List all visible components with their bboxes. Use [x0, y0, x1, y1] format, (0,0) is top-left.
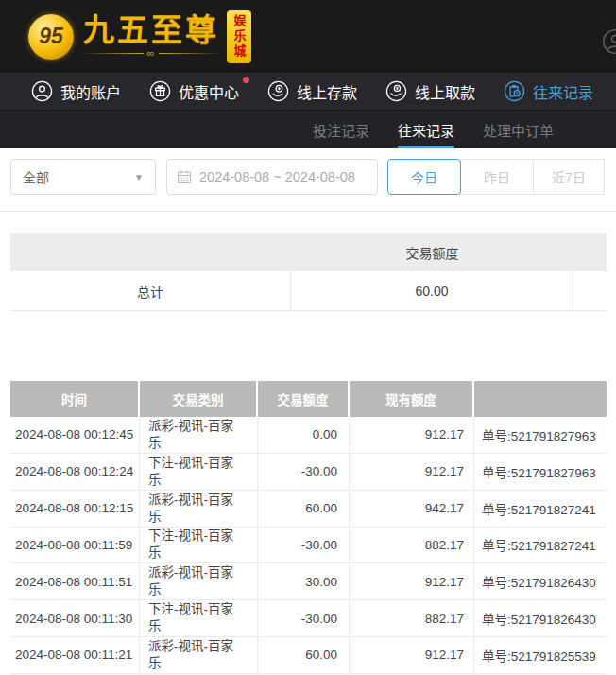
- type-select-value: 全部: [23, 167, 49, 186]
- nav-item-deposit[interactable]: 线上存款: [267, 80, 357, 103]
- cell-amount: -30.00: [258, 528, 350, 563]
- tab-processing-orders[interactable]: 处理中订单: [483, 111, 554, 148]
- cell-type: 派彩-视讯-百家乐: [140, 491, 258, 527]
- table-row: 2024-08-08 00:12:15 派彩-视讯-百家乐 60.00 942.…: [10, 491, 607, 528]
- tab-betting-records[interactable]: 投注记录: [313, 111, 369, 148]
- date-range-value: 2024-08-08 ~ 2024-08-08: [199, 169, 355, 184]
- top-header: 95 九五至尊 ∞ 娱乐城: [0, 0, 616, 73]
- cell-order-number: 单号:521791827963: [474, 454, 607, 490]
- chevron-down-icon: ▼: [134, 172, 144, 182]
- cell-time: 2024-08-08 00:11:59: [10, 528, 140, 563]
- cell-order-number: 单号:521791827963: [474, 417, 607, 453]
- type-select[interactable]: 全部 ▼: [10, 159, 156, 195]
- page: 95 九五至尊 ∞ 娱乐城 我的账户: [0, 0, 616, 675]
- cell-amount: 60.00: [258, 491, 350, 527]
- cell-order-number: 单号:521791825539: [474, 637, 607, 673]
- summary-header-row: 交易额度: [10, 233, 607, 271]
- today-button[interactable]: 今日: [387, 159, 461, 195]
- cell-amount: 60.00: [258, 637, 350, 673]
- user-icon: [31, 80, 53, 102]
- table-row: 2024-08-08 00:12:24 下注-视讯-百家乐 -30.00 912…: [10, 454, 607, 491]
- brand-name: 九五至尊: [83, 14, 219, 47]
- cell-amount: 0.00: [258, 417, 350, 453]
- col-header-balance: 现有额度: [350, 381, 474, 417]
- cell-order-number: 单号:521791827241: [474, 491, 607, 527]
- col-header-time: 时间: [10, 381, 140, 417]
- nav-label: 线上存款: [297, 80, 357, 103]
- table-row: 2024-08-08 00:11:21 派彩-视讯-百家乐 60.00 912.…: [10, 637, 607, 674]
- date-range-input[interactable]: 2024-08-08 ~ 2024-08-08: [166, 159, 378, 195]
- summary-header-empty: [573, 233, 607, 271]
- cell-amount: -30.00: [258, 454, 350, 490]
- cell-balance: 882.17: [350, 600, 474, 636]
- cell-type: 下注-视讯-百家乐: [140, 600, 258, 636]
- cell-type: 派彩-视讯-百家乐: [140, 637, 258, 673]
- tab-transaction-records[interactable]: 往来记录: [398, 111, 454, 148]
- nav-item-withdraw[interactable]: 线上取款: [385, 80, 475, 103]
- cell-balance: 912.17: [350, 417, 474, 453]
- gift-icon: [149, 80, 171, 102]
- quick-date-buttons: 今日 昨日 近7日: [387, 159, 605, 195]
- cell-type: 下注-视讯-百家乐: [140, 528, 258, 563]
- yesterday-button[interactable]: 昨日: [460, 159, 534, 195]
- cell-balance: 882.17: [350, 528, 474, 563]
- nav-item-promotions[interactable]: 优惠中心: [149, 80, 239, 103]
- filter-bar: 全部 ▼ 2024-08-08 ~ 2024-08-08 今日 昨日 近7日: [0, 148, 616, 212]
- col-header-amount: 交易额度: [258, 381, 350, 417]
- table-row: 2024-08-08 00:12:45 派彩-视讯-百家乐 0.00 912.1…: [10, 417, 607, 454]
- summary-total-label: 总计: [10, 271, 291, 311]
- cell-order-number: 单号:521791827241: [474, 528, 607, 563]
- cell-order-number: 单号:521791826430: [474, 600, 607, 636]
- transactions-body: 2024-08-08 00:12:45 派彩-视讯-百家乐 0.00 912.1…: [10, 417, 607, 674]
- summary-header-empty: [10, 233, 291, 271]
- nav-label: 优惠中心: [179, 80, 239, 103]
- calendar-icon: [177, 169, 192, 184]
- cell-balance: 942.17: [350, 491, 474, 527]
- cell-type: 派彩-视讯-百家乐: [140, 417, 258, 453]
- notification-dot: [243, 77, 249, 83]
- summary-table: 交易额度 总计 60.00: [10, 233, 607, 311]
- cell-balance: 912.17: [350, 454, 474, 490]
- brand-flourish: ∞: [80, 47, 222, 59]
- cell-balance: 912.17: [350, 563, 474, 599]
- col-header-order: [474, 381, 607, 417]
- nav-label: 往来记录: [533, 80, 593, 103]
- cell-time: 2024-08-08 00:12:24: [10, 454, 140, 490]
- table-row: 2024-08-08 00:11:30 下注-视讯-百家乐 -30.00 882…: [10, 600, 607, 637]
- withdraw-icon: [385, 80, 407, 102]
- cell-time: 2024-08-08 00:11:21: [10, 637, 140, 673]
- summary-empty-cell: [573, 271, 607, 311]
- cell-time: 2024-08-08 00:12:45: [10, 417, 140, 453]
- cell-amount: -30.00: [258, 600, 350, 636]
- records-subnav: 投注记录 往来记录 处理中订单: [0, 111, 616, 148]
- cell-time: 2024-08-08 00:11:30: [10, 600, 140, 636]
- summary-total-row: 总计 60.00: [10, 271, 607, 311]
- nav-item-my-account[interactable]: 我的账户: [31, 80, 121, 103]
- cell-amount: 30.00: [258, 563, 350, 599]
- transactions-table: 时间 交易类别 交易额度 现有额度 2024-08-08 00:12:45 派彩…: [10, 381, 607, 674]
- cell-type: 派彩-视讯-百家乐: [140, 563, 258, 599]
- cell-time: 2024-08-08 00:11:51: [10, 563, 140, 599]
- summary-header-amount: 交易额度: [291, 233, 573, 271]
- main-nav: 我的账户 优惠中心 线上存款: [0, 73, 616, 111]
- cell-type: 下注-视讯-百家乐: [140, 454, 258, 490]
- deposit-icon: [267, 80, 289, 102]
- cell-order-number: 单号:521791826430: [474, 563, 607, 599]
- cell-time: 2024-08-08 00:12:15: [10, 491, 140, 527]
- records-icon: [504, 80, 525, 102]
- col-header-type: 交易类别: [140, 381, 258, 417]
- profile-avatar-icon[interactable]: [602, 28, 616, 55]
- nav-label: 我的账户: [60, 80, 121, 103]
- nav-item-transaction-records[interactable]: 往来记录: [504, 80, 593, 103]
- table-row: 2024-08-08 00:11:51 派彩-视讯-百家乐 30.00 912.…: [10, 563, 607, 600]
- summary-total-amount: 60.00: [291, 271, 573, 311]
- cell-balance: 912.17: [350, 637, 474, 673]
- last-7-days-button[interactable]: 近7日: [533, 159, 605, 195]
- table-row: 2024-08-08 00:11:59 下注-视讯-百家乐 -30.00 882…: [10, 528, 607, 564]
- transactions-header-row: 时间 交易类别 交易额度 现有额度: [10, 381, 607, 417]
- brand-monogram-icon: 95: [28, 14, 74, 60]
- nav-label: 线上取款: [415, 80, 475, 103]
- brand-badge: 娱乐城: [227, 10, 251, 63]
- brand-logo[interactable]: 95 九五至尊 ∞ 娱乐城: [28, 10, 251, 63]
